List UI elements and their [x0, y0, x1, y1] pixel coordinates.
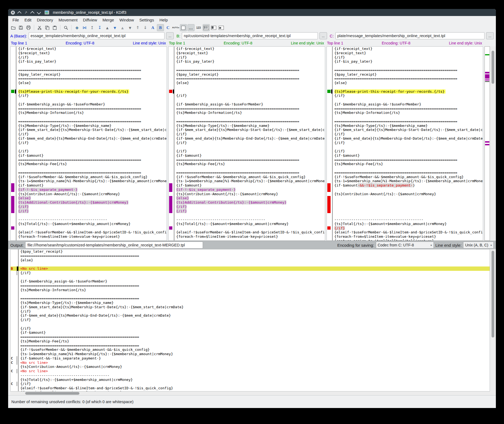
code-line: {else} — [11, 196, 167, 200]
menu-movement[interactable]: Movement — [56, 17, 80, 23]
scrollbar-thumb[interactable] — [25, 392, 79, 395]
pane-a-topline: Top line 1 — [11, 41, 27, 45]
pane-a-lineend: Line end style: Unix — [133, 41, 166, 45]
find-icon[interactable] — [62, 24, 69, 31]
menu-edit[interactable]: Edit — [22, 17, 34, 23]
paste-icon[interactable] — [51, 24, 58, 31]
merge-output-text[interactable]: {$pay_later_receipt}====================… — [10, 249, 490, 391]
prev-delta-icon[interactable]: ▲ — [104, 24, 111, 31]
code-line: {foreach·from=$lineItem·item=value·key=p… — [169, 235, 325, 239]
code-line: ========================================… — [11, 284, 490, 288]
select-c-button[interactable]: C — [164, 24, 172, 31]
status-bar: Number of remaining unsolved conflicts: … — [8, 395, 496, 408]
view-a-vs-c-button[interactable] — [218, 24, 225, 31]
diff-vertical-scrollbar[interactable] — [490, 46, 496, 241]
goto-bottom-delta-icon[interactable]: ↧ — [96, 24, 103, 31]
code-line: {/if} — [327, 55, 483, 60]
cut-icon[interactable] — [36, 24, 43, 31]
scrollbar-thumb[interactable] — [492, 51, 494, 84]
goto-current-delta-icon[interactable]: ◈ — [73, 24, 80, 31]
code-line: {if·$membership_assign·&&·!$useForMember… — [11, 279, 490, 284]
code-line — [327, 64, 483, 68]
code-line: {ts}Membership·Fee{/ts} — [11, 162, 167, 166]
merge-output-area: {$pay_later_receipt}====================… — [8, 249, 496, 395]
next-conflict-icon[interactable]: ▼ — [127, 24, 134, 31]
file-a-path[interactable]: essage_templates/membership_online_recei… — [29, 32, 164, 39]
code-line: {/if} — [11, 209, 167, 213]
menu-merge[interactable]: Merge — [100, 17, 117, 23]
code-line: {if·$receipt_text} — [11, 47, 167, 51]
code-line: {ts}Membership·Information{/ts} — [327, 111, 483, 115]
code-line: {/if} — [327, 94, 483, 98]
split-view-button[interactable] — [203, 24, 210, 31]
shade-icon[interactable] — [17, 11, 21, 15]
scrollbar-thumb[interactable] — [492, 251, 494, 338]
merge-vertical-scrollbar[interactable] — [490, 249, 496, 395]
open-icon[interactable] — [10, 24, 17, 31]
menu-file[interactable]: File — [10, 17, 22, 23]
line-end-dropdown[interactable]: Unix (A, B, C)▾ — [463, 242, 494, 249]
pane-c-text[interactable]: {if·$receipt_text}{$receipt_text}{/if}{i… — [327, 46, 483, 241]
file-a-browse-button[interactable]: ... — [166, 32, 174, 39]
menu-diffview[interactable]: Diffview — [80, 17, 100, 23]
diff-indicator — [327, 200, 331, 205]
next-unsolved-conflict-icon[interactable]: ⇓ — [142, 24, 149, 31]
keep-above-icon[interactable] — [30, 11, 34, 15]
print-icon[interactable] — [25, 24, 32, 31]
file-c-label: C: — [330, 34, 334, 38]
diff-indicator — [11, 200, 14, 205]
kdiff3-app-icon — [44, 10, 49, 15]
file-a-label: A (Base): — [10, 34, 27, 38]
pin-icon[interactable]: T — [23, 9, 29, 15]
code-line: {ts}Membership·Type{/ts}:·{$membership_n… — [327, 124, 483, 128]
prev-conflict-icon[interactable]: ▲ — [119, 24, 126, 31]
next-delta-icon[interactable]: ▼ — [111, 24, 118, 31]
code-line: {if·$amount} — [11, 183, 167, 188]
file-b-browse-button[interactable]: ... — [319, 32, 327, 39]
menu-window[interactable]: Window — [117, 17, 137, 23]
view-a-vs-b-button[interactable] — [210, 24, 217, 31]
file-c-path[interactable]: plate/message_templates/membership_onlin… — [335, 32, 484, 39]
goto-first-delta-icon[interactable]: ⋈ — [81, 24, 88, 31]
diff-indicator — [327, 226, 331, 230]
select-a-button[interactable]: A — [149, 24, 156, 31]
code-line: {if·$mem_end_date}{ts}Membership·End·Dat… — [11, 136, 167, 141]
goto-top-delta-icon[interactable]: ↥ — [89, 24, 96, 31]
encoding-dropdown[interactable]: Codec from C: UTF-8▾ — [376, 242, 434, 249]
file-c-browse-button[interactable]: ... — [486, 32, 494, 39]
menu-help[interactable]: Help — [157, 17, 170, 23]
diff-overview-column[interactable] — [484, 46, 490, 241]
output-path-field[interactable]: file:///home/sean/tmp/customized-templat… — [25, 242, 203, 249]
title-bar: ✕ T membership_online_receipt_text.tpl -… — [8, 9, 496, 16]
code-line: {else} — [11, 81, 167, 85]
diff-column-b: Top line 1 Encoding: UTF-8 Line end styl… — [168, 40, 325, 241]
prev-unsolved-conflict-icon[interactable]: ⇑ — [134, 24, 141, 31]
code-line — [11, 98, 167, 102]
code-line — [11, 275, 490, 280]
pane-b-text[interactable]: {if·$receipt_text}{$receipt_text}{/if}{i… — [168, 46, 325, 241]
show-whitespace-chars-button[interactable]: ... — [188, 24, 195, 31]
select-b-button[interactable]: B — [157, 24, 164, 31]
keep-below-icon[interactable] — [37, 11, 41, 15]
code-line: ========================================… — [169, 171, 325, 175]
show-line-numbers-button[interactable]: 123 — [195, 24, 202, 31]
show-whitespace-button[interactable] — [180, 24, 187, 31]
code-line: {if·!$useForMember·&&·$membership_amount… — [327, 175, 483, 179]
save-icon[interactable] — [17, 24, 24, 31]
merge-horizontal-scrollbar[interactable] — [10, 391, 490, 395]
code-line: B<No src line> — [11, 266, 490, 271]
code-line: {ts·1=$membership_name}%1·Membership{/ts… — [11, 352, 490, 356]
copy-icon[interactable] — [44, 24, 51, 31]
auto-solve-button[interactable]: AUTO▾ — [172, 24, 179, 31]
code-line — [11, 226, 167, 230]
code-line: ========================================… — [11, 68, 167, 72]
diff-indicator — [169, 196, 172, 200]
code-line: ----------------------------------------… — [11, 239, 167, 241]
menu-settings[interactable]: Settings — [137, 17, 157, 23]
code-line: {if·!$useForMember·&&·$membership_amount… — [169, 175, 325, 179]
menu-directory[interactable]: Directory — [34, 17, 56, 23]
merge-source-letter: C — [11, 356, 13, 361]
close-icon[interactable]: ✕ — [11, 11, 15, 15]
pane-a-text[interactable]: {if·$receipt_text}{$receipt_text}{/if}{i… — [10, 46, 167, 241]
file-b-path[interactable]: np/customized-templates/membership_onlin… — [182, 32, 318, 39]
